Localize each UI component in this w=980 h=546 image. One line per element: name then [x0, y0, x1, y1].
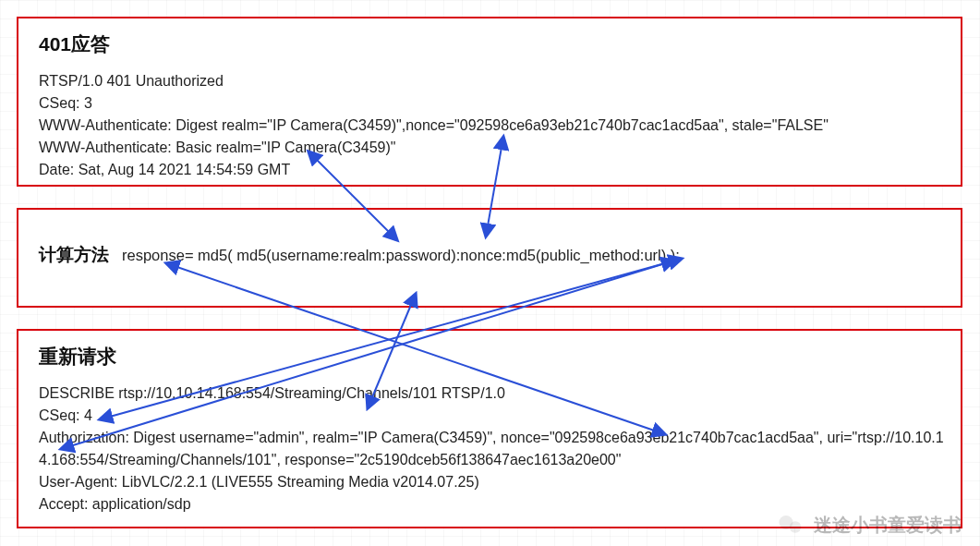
- box1-title: 401应答: [39, 31, 944, 57]
- box3-line-1: CSeq: 4: [39, 405, 944, 427]
- formula-text: response= md5( md5(username:realm:passwo…: [122, 247, 680, 264]
- box3-line-3: User-Agent: LibVLC/2.2.1 (LIVE555 Stream…: [39, 471, 944, 493]
- box3-line-0: DESCRIBE rtsp://10.10.14.168:554/Streami…: [39, 382, 944, 405]
- formula-label: 计算方法: [39, 243, 109, 267]
- box3-line-4: Accept: application/sdp: [39, 493, 944, 516]
- box1-line-3: WWW-Authenticate: Basic realm="IP Camera…: [39, 137, 944, 159]
- response-401-box: 401应答 RTSP/1.0 401 Unauthorized CSeq: 3 …: [17, 17, 962, 187]
- box3-line-2: Authorization: Digest username="admin", …: [39, 427, 944, 471]
- re-request-box: 重新请求 DESCRIBE rtsp://10.10.14.168:554/St…: [17, 329, 962, 528]
- box1-line-1: CSeq: 3: [39, 92, 944, 115]
- box3-title: 重新请求: [39, 344, 944, 370]
- box1-line-2: WWW-Authenticate: Digest realm="IP Camer…: [39, 115, 944, 137]
- box1-line-4: Date: Sat, Aug 14 2021 14:54:59 GMT: [39, 159, 944, 181]
- box1-line-0: RTSP/1.0 401 Unauthorized: [39, 70, 944, 92]
- calculation-method-box: 计算方法 response= md5( md5(username:realm:p…: [17, 208, 962, 308]
